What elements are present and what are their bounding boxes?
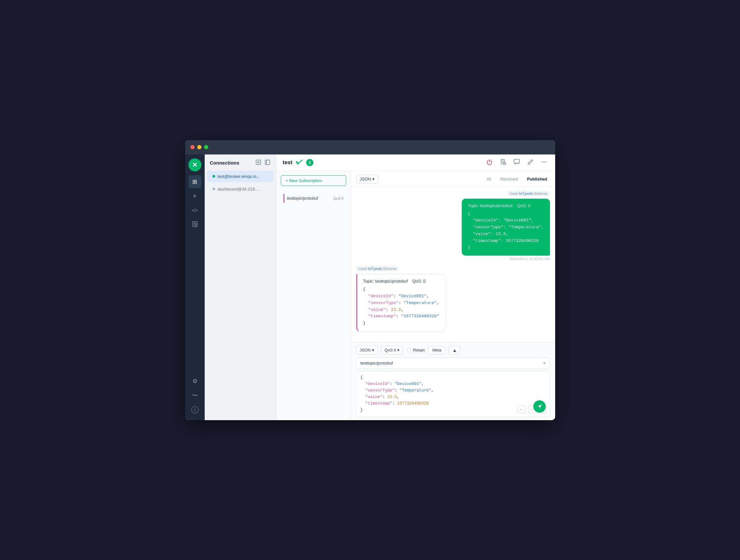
connections-title: Connections [210,160,240,165]
filter-tab-all[interactable]: All [484,175,494,183]
published-message-body: { "deviceId": "Device001", "sensorType":… [468,211,544,251]
meta-button[interactable]: Meta [428,346,446,354]
schema-link-published[interactable]: IoT.proto [519,192,533,196]
svg-point-19 [543,161,544,162]
topic-qos-0: QoS 0 [333,197,343,200]
publish-topic-row: ▾ [356,357,550,369]
topbar-title: test [283,159,292,166]
topic-item-0[interactable]: testtopic/protobuf QoS 0 [280,191,348,206]
app-logo[interactable]: ✕ [188,158,201,172]
expand-button[interactable]: ▲ [449,346,460,355]
messages-panel: JSON ▾ All Received Published Use [351,172,555,420]
connections-actions [255,159,271,167]
connections-icon: ⊞ [192,178,197,185]
topbar-actions [485,157,549,168]
toggle-panel-button[interactable] [264,159,271,167]
message-published-0: Used IoT.proto Schema Topic: testtopic/p… [356,191,550,261]
chat-button[interactable] [512,157,521,168]
svg-point-18 [542,161,543,162]
sidebar-item-script[interactable] [188,218,201,231]
topic-color-indicator-0 [283,194,284,203]
connection-item-1[interactable]: dashboard@34.219.... [207,184,273,195]
filter-tab-published[interactable]: Published [524,175,550,183]
schema-label-received: Used IoT.proto Schema [356,266,399,271]
sidebar-item-connections[interactable]: ⊞ [188,175,201,188]
svg-rect-17 [514,159,519,163]
subscriptions-panel: + New Subscription testtopic/protobuf Qo… [276,172,351,420]
message-filter-bar: JSON ▾ All Received Published [351,172,555,187]
received-message-bubble: Topic: testtopic/protobuf QoS: 0 { "devi… [356,274,446,332]
sidebar-item-settings[interactable]: ⚙ [188,375,201,387]
icon-sidebar: ✕ ⊞ + </> [185,154,205,420]
retain-label: Retain [413,348,425,352]
publish-payload-area: { "deviceId": "Device001", "sensorType":… [356,371,550,417]
format-value: JSON [360,177,371,182]
connections-panel: Connections test@broker.emqx.io... dashb… [205,154,276,420]
schema-label-published: Used IoT.proto Schema [507,191,550,196]
format-select[interactable]: JSON ▾ [356,175,378,184]
publish-options: JSON ▾ QoS 0 ▾ Retain Meta [356,346,550,355]
publish-format-select[interactable]: JSON ▾ [356,346,378,354]
script-icon [192,221,198,229]
main-content: test 2 [276,154,555,420]
topbar: test 2 [276,154,555,172]
subscribe-icon: 〜 [192,391,198,399]
maximize-button[interactable] [204,145,208,149]
connection-name-1: dashboard@34.219.... [218,187,260,192]
settings-icon: ⚙ [192,377,197,385]
more-button[interactable] [540,157,549,168]
filter-tab-received[interactable]: Received [497,175,520,183]
publish-topic-input[interactable] [361,361,543,365]
messages-list: Used IoT.proto Schema Topic: testtopic/p… [351,187,555,342]
app-window: ✕ ⊞ + </> [185,140,555,420]
format-chevron-icon: ▾ [372,177,375,182]
schema-link-received[interactable]: IoT.proto [368,267,382,270]
code-icon: </> [191,208,198,213]
connection-status-dot-1 [212,188,215,190]
edit-button[interactable] [526,157,535,168]
published-message-timestamp: 2024-03-11 11:32:51:118 [510,257,550,261]
publish-bar: JSON ▾ QoS 0 ▾ Retain Meta [351,342,555,420]
sidebar-item-code[interactable]: </> [188,204,201,217]
send-button[interactable] [533,400,546,413]
retain-circle [406,348,411,352]
file-button[interactable] [498,157,507,168]
add-connection-button[interactable] [255,159,262,167]
sidebar-item-info[interactable]: i [188,403,201,416]
add-icon: + [193,192,197,200]
topic-name-0: testtopic/protobuf [287,196,331,201]
retain-toggle[interactable]: Retain [406,348,425,352]
published-topic-line: Topic: testtopic/protobuf QoS: 0 [468,203,544,208]
publish-qos-select[interactable]: QoS 0 ▾ [381,346,403,354]
power-button[interactable] [485,157,494,168]
connected-icon [296,159,303,166]
sidebar-item-add[interactable]: + [188,190,201,203]
svg-point-20 [545,161,546,162]
connection-item-0[interactable]: test@broker.emqx.io... [207,171,273,182]
traffic-lights [190,145,208,149]
publish-format-label: JSON [360,348,371,352]
info-icon: i [191,406,198,413]
svg-rect-10 [265,160,270,164]
topic-chevron-icon: ▾ [543,360,546,366]
app-body: ✕ ⊞ + </> [185,154,555,420]
message-received-0: Used IoT.proto Schema Topic: testtopic/p… [356,266,550,332]
sidebar-item-subscribe[interactable]: 〜 [188,389,201,402]
close-button[interactable] [190,145,195,149]
connections-header: Connections [205,154,276,170]
received-topic-line: Topic: testtopic/protobuf QoS: 0 [363,279,439,284]
publish-qos-chevron-icon: ▾ [397,348,400,352]
titlebar [185,140,555,154]
nav-back-button[interactable]: ← [518,406,526,413]
subscription-badge: 2 [306,159,313,166]
publish-format-chevron-icon: ▾ [372,348,374,352]
content-split: + New Subscription testtopic/protobuf Qo… [276,172,555,420]
connection-status-dot-0 [212,175,215,178]
published-message-bubble: Topic: testtopic/protobuf QoS: 0 { "devi… [462,199,550,256]
new-subscription-button[interactable]: + New Subscription [281,175,346,186]
logo-text: ✕ [192,161,197,169]
minimize-button[interactable] [197,145,201,149]
publish-qos-label: QoS 0 [385,348,396,352]
connection-name-0: test@broker.emqx.io... [218,174,260,179]
received-message-body: { "deviceId": "Device001", "sensorType":… [363,286,439,327]
